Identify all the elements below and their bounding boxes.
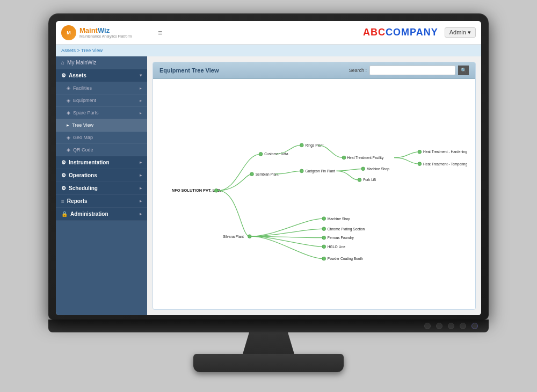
equipment-icon: ◈ [67, 98, 70, 103]
line-htf-hardening [394, 152, 419, 158]
assets-arrow: ▾ [140, 73, 142, 78]
logo-circle: M [61, 25, 76, 40]
search-label: Search : [349, 68, 367, 73]
header-middle: ≡ [153, 28, 363, 37]
geo-map-icon: ◈ [67, 135, 70, 140]
sidebar-item-geo-map[interactable]: ◈ Geo Map [56, 132, 147, 144]
search-button[interactable]: 🔍 [458, 66, 469, 75]
rings-plant-node[interactable] [300, 143, 303, 147]
sidebar-item-my-maintwiz[interactable]: ⌂ My MainWiz [56, 56, 147, 69]
logo-subtitle: Maintenance Analytics Platform [79, 34, 132, 39]
silvana-label: Silvana Plant [223, 235, 244, 238]
app-header: M MaintWiz Maintenance Analytics Platfor… [56, 21, 481, 45]
instrumentation-arrow: ▸ [140, 160, 142, 165]
htf-node[interactable] [342, 156, 346, 159]
equipment-tree-panel: Equipment Tree View Search : 🔍 NFO SOLUT… [153, 62, 476, 310]
line-silvana-ms2 [251, 219, 323, 236]
hardening-node[interactable] [418, 150, 422, 154]
htf-label: Heat Treatment Facility [347, 156, 384, 160]
semblan-node[interactable] [250, 172, 254, 176]
operations-icon: ⚙ [61, 172, 66, 178]
machineshop1-label: Machine Shop [367, 167, 390, 171]
chrome-label: Chrome Plating Section [328, 227, 365, 231]
line-root-semblan [218, 174, 252, 191]
bezel-icon-4 [460, 323, 466, 329]
line-silvana-powder [251, 236, 323, 258]
logo-title: MaintWiz [79, 26, 132, 34]
logo-text-block: MaintWiz Maintenance Analytics Platform [79, 26, 132, 39]
sidebar-label-tree-view: Tree View [72, 122, 93, 128]
sidebar-item-equipment[interactable]: ◈ Equipment ▸ [56, 95, 147, 107]
sidebar-label-spare-parts: Spare Parts [73, 110, 99, 115]
reports-arrow: ▸ [140, 199, 142, 204]
breadcrumb-bar: Assets > Tree View [56, 45, 481, 56]
instrumentation-icon: ⚙ [61, 159, 66, 165]
line-semblan-gudgeon [275, 171, 301, 174]
sidebar-item-tree-view[interactable]: ▸ Tree View [56, 119, 147, 132]
line-gudgeon-forklift [336, 171, 358, 180]
sidebar-item-reports[interactable]: ≡ Reports ▸ [56, 195, 147, 208]
sidebar-label-assets: Assets [69, 72, 86, 78]
equipment-arrow: ▸ [140, 98, 142, 103]
customer-data-node[interactable] [259, 153, 263, 156]
bezel-icon-2 [436, 323, 442, 329]
monitor-bezel-bottom [48, 320, 489, 332]
sidebar-label-equipment: Equipment [73, 98, 96, 103]
admin-button[interactable]: Admin ▾ [445, 27, 476, 38]
hardening-label: Heat Treatment - Hardening [423, 150, 467, 154]
bezel-icon-power[interactable] [471, 323, 478, 329]
sidebar-item-instrumentation[interactable]: ⚙ Instrumentation ▸ [56, 156, 147, 169]
assets-icon: ⚙ [61, 72, 66, 78]
silvana-node[interactable] [248, 235, 252, 238]
panel-title: Equipment Tree View [159, 67, 219, 74]
tempering-label: Heat Treatment - Tempering [423, 162, 467, 166]
machineshop2-label: Machine Shop [328, 217, 351, 221]
spare-parts-arrow: ▸ [140, 111, 142, 115]
line-root-customer [218, 154, 261, 191]
sidebar-item-scheduling[interactable]: ⚙ Scheduling ▸ [56, 182, 147, 195]
administration-icon: 🔒 [61, 211, 68, 217]
ferrous-node[interactable] [322, 236, 326, 239]
company-name-red: ABC [363, 27, 386, 38]
machineshop1-node[interactable] [361, 167, 365, 171]
forklift-node[interactable] [358, 178, 361, 182]
sidebar: ⌂ My MainWiz ⚙ Assets ▾ ◈ Facilities ▸ [56, 56, 147, 315]
monitor-screen: M MaintWiz Maintenance Analytics Platfor… [56, 21, 481, 315]
home-icon: ⌂ [61, 60, 64, 66]
scheduling-icon: ⚙ [61, 185, 66, 191]
bezel-icon-1 [424, 323, 431, 329]
gudgeon-label: Gudgeon Pin Plant [305, 169, 335, 173]
root-node[interactable] [214, 189, 218, 193]
sidebar-item-operations[interactable]: ⚙ Operations ▸ [56, 169, 147, 182]
monitor-outer: M MaintWiz Maintenance Analytics Platfor… [48, 13, 489, 320]
powder-label: Powder Coating Booth [328, 257, 363, 261]
monitor-stand-base [193, 354, 344, 372]
app-body: ⌂ My MainWiz ⚙ Assets ▾ ◈ Facilities ▸ [56, 56, 481, 315]
hamburger-icon[interactable]: ≡ [158, 28, 162, 37]
reports-icon: ≡ [61, 198, 64, 204]
tempering-node[interactable] [418, 162, 422, 166]
tree-view-icon: ▸ [67, 122, 69, 128]
chrome-node[interactable] [322, 227, 326, 231]
sidebar-item-assets[interactable]: ⚙ Assets ▾ [56, 69, 147, 82]
sidebar-label-qr-code: QR Code [73, 147, 93, 153]
search-input[interactable] [369, 66, 455, 75]
sidebar-item-qr-code[interactable]: ◈ QR Code [56, 144, 147, 156]
hglo-label: HGLO Line [328, 245, 345, 249]
sidebar-item-facilities[interactable]: ◈ Facilities ▸ [56, 82, 147, 95]
forklift-label: Fork Lift [363, 178, 376, 182]
sidebar-label-facilities: Facilities [73, 85, 92, 91]
operations-arrow: ▸ [140, 173, 142, 178]
monitor-stand-neck [236, 332, 301, 354]
main-content: Equipment Tree View Search : 🔍 NFO SOLUT… [147, 56, 481, 315]
gudgeon-node[interactable] [300, 169, 303, 173]
sidebar-label-operations: Operations [69, 172, 97, 178]
hglo-node[interactable] [322, 245, 326, 249]
tree-diagram: NFO SOLUTION PVT. LTD. [158, 84, 470, 304]
sidebar-item-spare-parts[interactable]: ◈ Spare Parts ▸ [56, 107, 147, 119]
sidebar-label-administration: Administration [70, 211, 108, 217]
machineshop2-node[interactable] [322, 217, 326, 221]
sidebar-item-administration[interactable]: 🔒 Administration ▸ [56, 208, 147, 221]
sidebar-label-geo-map: Geo Map [73, 135, 93, 140]
powder-node[interactable] [322, 257, 326, 260]
